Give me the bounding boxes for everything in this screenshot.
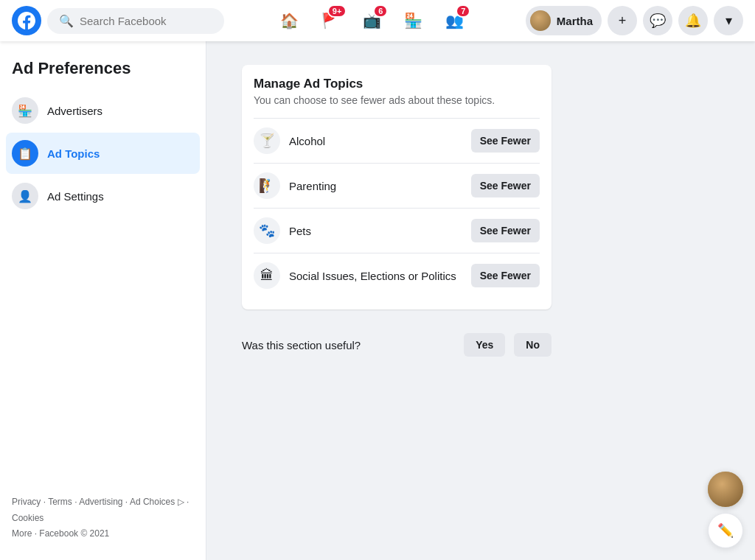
feedback-section: Was this section useful? Yes No	[242, 327, 552, 363]
more-link[interactable]: More	[12, 528, 32, 539]
pets-icon: 🐾	[254, 217, 280, 244]
ad-topics-icon: 📋	[12, 140, 38, 167]
avatar	[530, 10, 551, 31]
topic-row-pets: 🐾 Pets See Fewer	[254, 208, 540, 253]
card-title: Manage Ad Topics	[254, 77, 540, 91]
flag-nav-button[interactable]: 🚩 9+	[313, 3, 348, 38]
ad-settings-icon: 👤	[12, 183, 38, 209]
card-subtitle: You can choose to see fewer ads about th…	[254, 94, 540, 106]
feedback-label: Was this section useful?	[242, 339, 455, 351]
search-bar[interactable]: 🔍	[47, 8, 224, 34]
no-button[interactable]: No	[514, 333, 552, 357]
cookies-link[interactable]: Cookies	[12, 513, 44, 523]
sidebar-top: Ad Preferences 🏪 Advertisers 📋 Ad Topics…	[6, 53, 200, 218]
people-badge: 7	[456, 4, 470, 18]
sidebar-title: Ad Preferences	[6, 53, 200, 90]
sidebar-item-ad-settings-label: Ad Settings	[47, 190, 104, 203]
home-icon: 🏠	[280, 12, 299, 29]
topic-row-alcohol: 🍸 Alcohol See Fewer	[254, 118, 540, 163]
main-content: Manage Ad Topics You can choose to see f…	[206, 41, 755, 560]
people-nav-button[interactable]: 👥 7	[436, 3, 472, 38]
parenting-label: Parenting	[289, 180, 462, 192]
pets-see-fewer-button[interactable]: See Fewer	[471, 219, 540, 242]
sidebar-item-ad-topics[interactable]: 📋 Ad Topics	[6, 133, 200, 174]
video-badge: 6	[373, 4, 388, 18]
footer-links: Privacy · Terms · Advertising · Ad Choic…	[12, 494, 194, 542]
sidebar-item-ad-topics-label: Ad Topics	[47, 147, 100, 160]
ad-choices-link[interactable]: Ad Choices ▷	[130, 497, 184, 507]
social-issues-see-fewer-button[interactable]: See Fewer	[471, 264, 540, 287]
user-name: Martha	[557, 15, 593, 27]
search-icon: 🔍	[59, 14, 74, 28]
edit-icon: ✏️	[717, 522, 734, 539]
sidebar-item-advertisers-label: Advertisers	[47, 105, 102, 117]
alcohol-icon: 🍸	[254, 127, 280, 154]
pets-label: Pets	[289, 225, 462, 237]
sidebar-footer: Privacy · Terms · Advertising · Ad Choic…	[6, 489, 200, 548]
parenting-see-fewer-button[interactable]: See Fewer	[471, 174, 540, 197]
marketplace-nav-button[interactable]: 🏪	[395, 3, 431, 38]
topnav: 🔍 🏠 🚩 9+ 📺 6 🏪 👥 7 Martha + 💬	[0, 0, 755, 41]
sidebar: Ad Preferences 🏪 Advertisers 📋 Ad Topics…	[0, 41, 206, 560]
alcohol-label: Alcohol	[289, 135, 462, 147]
home-nav-button[interactable]: 🏠	[271, 3, 307, 38]
messenger-button[interactable]: 💬	[643, 6, 672, 35]
topnav-right: Martha + 💬 🔔 ▾	[526, 6, 743, 35]
floating-edit-button[interactable]: ✏️	[708, 513, 743, 548]
marketplace-icon: 🏪	[404, 12, 422, 29]
terms-link[interactable]: Terms	[48, 497, 72, 507]
alcohol-see-fewer-button[interactable]: See Fewer	[471, 129, 540, 153]
floating-avatar[interactable]	[708, 472, 743, 507]
menu-button[interactable]: ▾	[714, 6, 743, 35]
topic-row-parenting: 🧗 Parenting See Fewer	[254, 163, 540, 208]
topic-row-social-issues: 🏛 Social Issues, Elections or Politics S…	[254, 253, 540, 298]
flag-badge: 9+	[327, 4, 347, 18]
advertising-link[interactable]: Advertising	[79, 497, 122, 507]
add-button[interactable]: +	[608, 6, 637, 35]
sidebar-item-advertisers[interactable]: 🏪 Advertisers	[6, 90, 200, 131]
manage-ad-topics-card: Manage Ad Topics You can choose to see f…	[242, 65, 552, 309]
video-nav-button[interactable]: 📺 6	[354, 3, 389, 38]
social-issues-icon: 🏛	[254, 262, 280, 289]
yes-button[interactable]: Yes	[464, 333, 505, 357]
sidebar-item-ad-settings[interactable]: 👤 Ad Settings	[6, 175, 200, 217]
advertisers-icon: 🏪	[12, 97, 38, 124]
user-pill[interactable]: Martha	[526, 6, 602, 35]
social-issues-label: Social Issues, Elections or Politics	[289, 270, 462, 282]
floating-area: ✏️	[708, 472, 743, 548]
layout: Ad Preferences 🏪 Advertisers 📋 Ad Topics…	[0, 41, 755, 560]
facebook-logo[interactable]	[12, 6, 41, 35]
search-input[interactable]	[80, 15, 212, 27]
copyright: Facebook © 2021	[39, 528, 109, 539]
nav-center: 🏠 🚩 9+ 📺 6 🏪 👥 7	[224, 3, 520, 38]
parenting-icon: 🧗	[254, 172, 280, 199]
notifications-button[interactable]: 🔔	[678, 6, 708, 35]
privacy-link[interactable]: Privacy	[12, 497, 41, 507]
